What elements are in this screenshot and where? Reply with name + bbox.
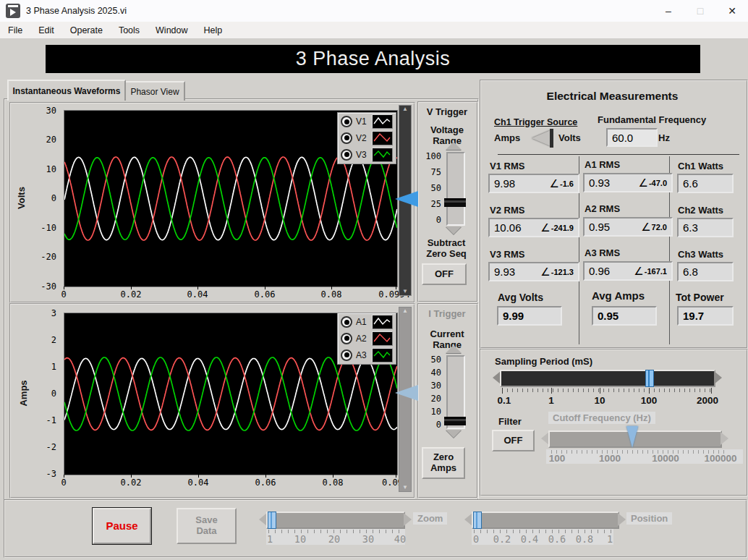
sampling-increment-icon[interactable] <box>714 371 722 384</box>
legend-label: V2 <box>356 133 367 143</box>
vrange-tick: 50 <box>424 183 441 193</box>
irange-increment-icon[interactable] <box>446 345 462 353</box>
avg-volts-label: Avg Volts <box>498 292 543 303</box>
irange-tick: 40 <box>424 368 441 378</box>
led-radio-icon[interactable] <box>341 316 352 328</box>
menu-window[interactable]: Window <box>148 22 195 38</box>
a3-rms-label: A3 RMS <box>585 247 620 258</box>
zero-amps-button[interactable]: ZeroAmps <box>422 447 465 479</box>
voltage-xtick: 0.02 <box>121 289 142 300</box>
legend-item-v3[interactable]: V3 <box>341 147 393 163</box>
a1-rms-label: A1 RMS <box>585 159 620 170</box>
zoom-tick: 40 <box>394 533 406 545</box>
filter-button[interactable]: OFF <box>492 430 535 451</box>
menu-file[interactable]: File <box>0 22 30 38</box>
avg-amps-value: 0.95 <box>592 306 657 326</box>
scroll-down-icon[interactable]: ▼ <box>402 484 408 491</box>
irange-decrement-icon[interactable] <box>446 430 462 438</box>
trigger-source-volts-label: Volts <box>558 132 581 143</box>
led-radio-icon[interactable] <box>341 132 352 144</box>
ch1-watts-label: Ch1 Watts <box>678 161 723 171</box>
v-trigger-title: V Trigger <box>422 106 472 117</box>
trigger-source-switch[interactable] <box>530 129 558 148</box>
v2-rms-label: V2 RMS <box>490 205 524 216</box>
menu-operate[interactable]: Operate <box>62 22 111 38</box>
position-slider[interactable] <box>472 512 619 529</box>
hz-unit-label: Hz <box>658 132 670 143</box>
current-range-handle[interactable] <box>444 417 466 425</box>
angle-icon: ∠ <box>634 265 643 278</box>
position-tick: 0.8 <box>576 533 593 545</box>
zoom-handle[interactable] <box>268 512 276 529</box>
labview-app-icon <box>6 4 20 18</box>
fundamental-frequency-label: Fundamental Frequency <box>598 114 706 125</box>
cutoff-tick: 100000 <box>704 453 736 464</box>
pause-button[interactable]: Pause <box>93 508 151 544</box>
legend-item-v1[interactable]: V1 <box>341 114 393 130</box>
led-radio-icon[interactable] <box>341 149 352 161</box>
led-radio-icon[interactable] <box>341 333 352 344</box>
plot-style-thumbnail[interactable] <box>372 348 393 362</box>
tab-phasor-view[interactable]: Phasor View <box>124 81 185 101</box>
zoom-slider[interactable] <box>266 512 405 529</box>
current-xtick: 0.04 <box>188 478 209 488</box>
sampling-period-slider[interactable] <box>500 370 715 387</box>
plot-style-thumbnail[interactable] <box>372 331 393 346</box>
menu-bar: File Edit Operate Tools Window Help <box>0 22 748 39</box>
voltage-ytick: -30 <box>35 281 56 292</box>
voltage-ytick: 20 <box>35 135 56 145</box>
voltage-trigger-cursor-icon[interactable] <box>395 191 418 207</box>
plot-style-thumbnail[interactable] <box>372 131 393 145</box>
plot-style-thumbnail[interactable] <box>372 315 393 329</box>
fundamental-frequency-value[interactable]: 60.0 <box>606 128 658 147</box>
cutoff-frequency-handle[interactable] <box>626 426 638 448</box>
tab-instantaneous-waveforms[interactable]: Instantaneous Waveforms <box>7 80 126 101</box>
scroll-down-icon[interactable]: ▼ <box>402 288 408 295</box>
v3-rms-value: 9.93 ∠-121.3 <box>488 262 579 281</box>
menu-help[interactable]: Help <box>196 22 231 38</box>
voltage-range-handle[interactable] <box>444 198 466 207</box>
subtract-zero-seq-button[interactable]: OFF <box>422 263 467 285</box>
cutoff-tick-marks <box>551 450 726 454</box>
ch2-watts-value: 6.3 <box>677 218 734 237</box>
minimize-button[interactable]: – <box>653 0 684 22</box>
plot-style-thumbnail[interactable] <box>372 114 393 129</box>
save-data-button[interactable]: SaveData <box>177 508 237 544</box>
legend-item-a3[interactable]: A3 <box>341 347 393 363</box>
angle-icon: ∠ <box>540 221 550 234</box>
voltage-ytick: 0 <box>35 193 56 203</box>
position-handle[interactable] <box>473 512 482 529</box>
scroll-up-icon[interactable]: ▲ <box>402 307 408 315</box>
cutoff-frequency-label: Cutoff Frequency (Hz) <box>548 412 655 424</box>
i-trigger-title: I Trigger <box>422 308 472 319</box>
sampling-tick: 2000 <box>697 395 718 406</box>
current-ytick: 1 <box>35 362 56 372</box>
close-button[interactable]: ✕ <box>716 0 748 22</box>
angle-icon: ∠ <box>540 266 550 279</box>
current-range-slider[interactable] <box>446 355 465 429</box>
voltage-xtick: 0.06 <box>255 289 276 300</box>
v2-rms-value: 10.06 ∠-241.9 <box>488 218 579 237</box>
legend-item-a2[interactable]: A2 <box>341 331 393 347</box>
scroll-up-icon[interactable]: ▲ <box>402 106 408 113</box>
menu-tools[interactable]: Tools <box>111 22 148 38</box>
vrange-increment-icon[interactable] <box>446 142 462 150</box>
current-trigger-cursor-icon[interactable] <box>395 385 418 401</box>
position-increment-icon[interactable] <box>618 513 626 526</box>
led-radio-icon[interactable] <box>341 116 352 127</box>
voltage-range-slider[interactable] <box>446 152 465 226</box>
menu-edit[interactable]: Edit <box>30 22 62 38</box>
vrange-decrement-icon[interactable] <box>446 226 462 234</box>
plot-style-thumbnail[interactable] <box>372 148 393 162</box>
legend-item-v2[interactable]: V2 <box>341 130 393 146</box>
voltage-xtick: 0.08 <box>321 289 342 300</box>
led-radio-icon[interactable] <box>341 349 352 361</box>
voltage-legend: V1 V2 V3 <box>337 112 396 164</box>
cutoff-increment-icon[interactable] <box>721 432 728 445</box>
legend-label: V1 <box>356 116 367 127</box>
legend-item-a1[interactable]: A1 <box>341 314 393 330</box>
zoom-increment-icon[interactable] <box>404 513 412 526</box>
avg-amps-label: Avg Amps <box>592 289 645 302</box>
irange-tick: 20 <box>424 394 441 404</box>
sampling-period-handle[interactable] <box>645 370 654 387</box>
